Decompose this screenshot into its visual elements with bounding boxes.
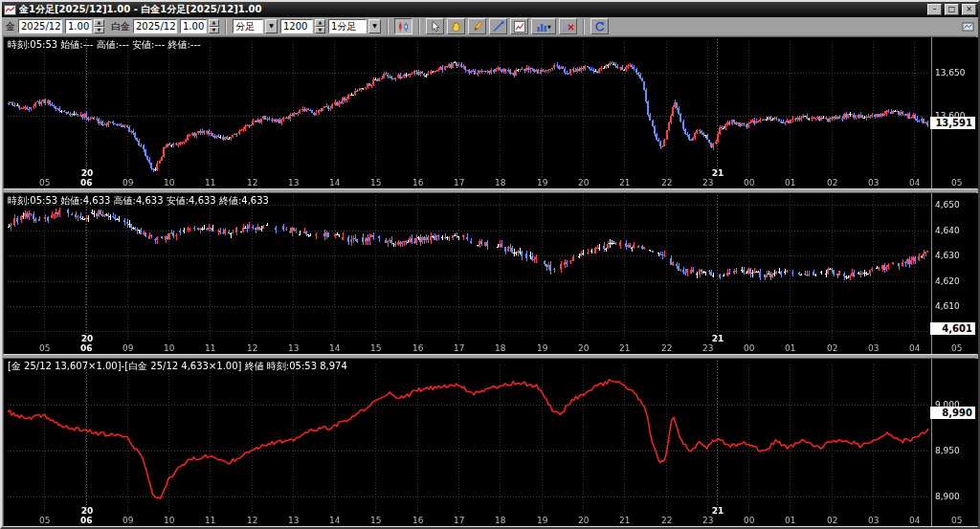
interval-dropdown[interactable]: 1分足 [328,19,367,33]
refresh-icon [594,21,606,33]
platinum-ratio-field[interactable]: 1.00 [180,19,207,33]
period-unit-dropdown[interactable]: 分足 [233,19,263,33]
bar-count-spin-up-icon[interactable]: ▲ [315,19,325,27]
indicator-button[interactable]: ▼ [531,18,556,34]
gold-last-price-box: 13,591 [930,117,975,129]
spread-chart-panel: [金 25/12 13,607×1.00]-[白金 25/12 4,633×1.… [3,358,977,527]
spread-chart-canvas[interactable] [4,359,978,526]
spread-last-price-box: 8,990 [930,407,975,419]
platinum-chart-panel: 時刻:05:53 始値:4,633 高値:4,633 安値:4,633 終値:4… [3,192,977,355]
toolbar-separator [387,19,389,34]
corner-chart-icon [962,21,974,33]
indicator-caret-icon: ▼ [547,24,551,30]
toolbar: 金 2025/12 1.00 ▲ ▼ 白金 2025/12 1.00 ▲ ▼ 分… [2,17,978,36]
app-window: 金1分足[2025/12]1.00 - 白金1分足[2025/12]1.00 –… [0,0,980,529]
pencil-icon [472,21,483,33]
interval-caret-icon[interactable]: ▼ [368,19,381,33]
gold-ratio-spin-up-icon[interactable]: ▲ [94,19,104,27]
indicator-delete-button[interactable] [559,18,577,34]
chart-area: 時刻:05:53 始値:--- 高値:--- 安値:--- 終値:--- 13,… [2,36,978,527]
refresh-button[interactable] [590,18,609,34]
analysis-chart-button[interactable] [510,18,528,34]
titlebar[interactable]: 金1分足[2025/12]1.00 - 白金1分足[2025/12]1.00 –… [2,2,978,17]
gold-chart-panel: 時刻:05:53 始値:--- 高値:--- 安値:--- 終値:--- 13,… [3,36,977,189]
bar-chart-delete-icon [563,21,574,33]
candlestick-chart-icon [397,21,410,33]
chart-type-button[interactable] [394,18,412,34]
platinum-ratio-spin-up-icon[interactable]: ▲ [209,19,219,27]
platinum-last-price-box: 4,601 [930,322,975,335]
toolbar-corner-button[interactable] [962,21,974,33]
mini-chart-icon [514,21,525,33]
platinum-ratio-spinner: ▲ ▼ [209,19,219,33]
period-unit-caret-icon[interactable]: ▼ [265,19,278,33]
toolbar-separator [225,19,227,34]
gold-chart-canvas[interactable] [4,37,978,188]
hand-tool-button[interactable] [447,18,465,34]
trendline-icon [493,21,504,33]
bar-chart-icon [536,21,547,33]
window-title: 金1分足[2025/12]1.00 - 白金1分足[2025/12]1.00 [19,3,924,16]
gold-ratio-spin-down-icon[interactable]: ▼ [94,27,104,34]
bar-count-field[interactable]: 1200 [280,19,313,33]
platinum-ratio-spin-down-icon[interactable]: ▼ [209,27,219,34]
gold-ratio-spinner: ▲ ▼ [94,19,104,33]
bar-count-spinner: ▲ ▼ [315,19,325,33]
close-button[interactable]: × [962,4,976,15]
hand-icon [451,21,462,33]
restore-button[interactable]: □ [945,4,959,15]
app-icon [4,5,16,15]
platinum-chart-canvas[interactable] [4,193,978,354]
line-tool-button[interactable] [489,18,507,34]
gold-contract-field[interactable]: 2025/12 [18,19,62,33]
cursor-icon [430,21,441,33]
minimize-button[interactable]: – [927,4,942,15]
cursor-tool-button[interactable] [426,18,444,34]
toolbar-separator [418,19,420,34]
pencil-tool-button[interactable] [468,18,486,34]
gold-label: 金 [6,20,15,33]
bar-count-spin-down-icon[interactable]: ▼ [315,27,325,34]
platinum-label: 白金 [111,20,130,33]
gold-ratio-field[interactable]: 1.00 [65,19,92,33]
platinum-contract-field[interactable]: 2025/12 [133,19,177,33]
toolbar-separator [583,19,585,34]
